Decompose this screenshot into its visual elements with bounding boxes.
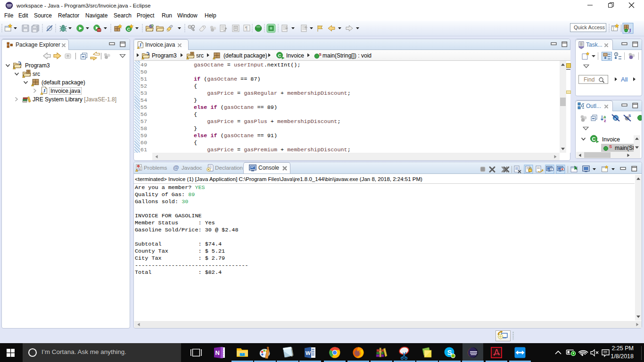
svg-text:z: z (604, 118, 606, 123)
svg-text:J: J (43, 88, 46, 93)
svg-text:S: S (609, 144, 612, 149)
svg-text:N: N (215, 349, 220, 356)
svg-text:C: C (592, 136, 596, 142)
svg-text:J: J (139, 42, 141, 48)
svg-text:S: S (628, 114, 631, 118)
svg-text:S: S (319, 52, 322, 57)
svg-text:Quick Access: Quick Access (574, 25, 605, 30)
svg-text:¶: ¶ (245, 26, 248, 31)
svg-text:C: C (278, 53, 281, 58)
svg-text:C: C (127, 26, 131, 32)
svg-text:W: W (305, 350, 311, 356)
svg-text:J: J (628, 27, 632, 34)
